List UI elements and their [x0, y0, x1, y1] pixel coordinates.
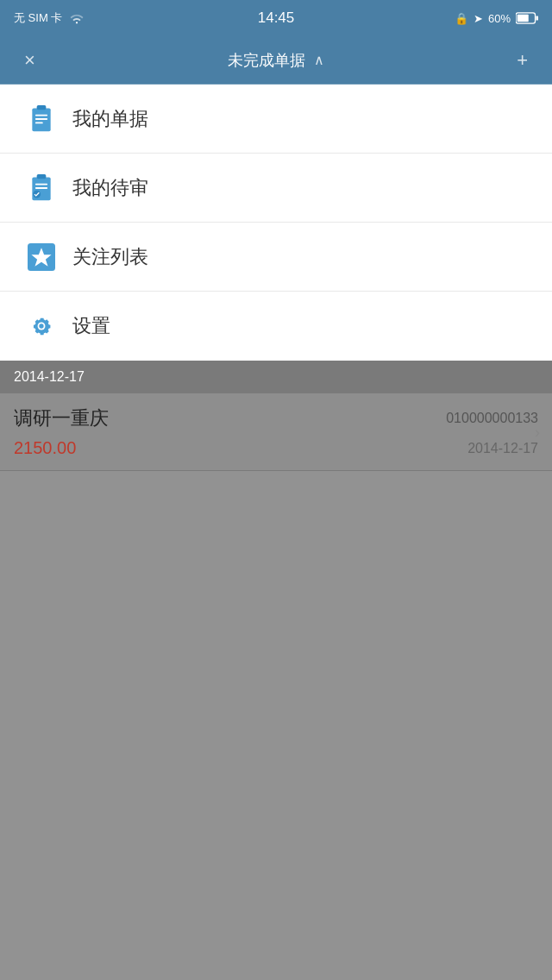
svg-rect-9 [37, 174, 47, 179]
menu-label-pending: 我的待审 [72, 175, 148, 201]
wifi-icon [69, 12, 85, 24]
chevron-right-icon: › [535, 423, 540, 441]
battery-icon [516, 12, 538, 24]
status-time: 14:45 [258, 9, 295, 27]
menu-label-my-docs: 我的单据 [72, 106, 148, 132]
svg-rect-1 [536, 16, 538, 20]
nav-title-group: 未完成单据 ∧ [228, 50, 324, 71]
menu-label-settings: 设置 [72, 313, 110, 339]
gear-icon [26, 311, 57, 342]
svg-rect-7 [35, 122, 43, 123]
list-item-top: 调研一重庆 010000000133 [14, 405, 538, 431]
location-icon: ➤ [474, 12, 483, 25]
item-date: 2014-12-17 [467, 441, 538, 456]
status-right: 🔒 ➤ 60% [455, 12, 538, 25]
empty-area [0, 471, 552, 980]
status-bar: 无 SIM 卡 14:45 🔒 ➤ 60% [0, 0, 552, 36]
svg-rect-11 [35, 187, 47, 189]
menu-label-watchlist: 关注列表 [72, 244, 148, 270]
item-amount: 2150.00 [14, 438, 76, 458]
add-button[interactable]: + [510, 42, 535, 79]
item-title: 调研一重庆 [14, 405, 109, 431]
svg-point-16 [39, 324, 43, 328]
date-header: 2014-12-17 [0, 361, 552, 393]
chevron-icon[interactable]: ∧ [314, 52, 324, 68]
sim-label: 无 SIM 卡 [14, 10, 62, 26]
svg-rect-5 [35, 114, 47, 116]
status-left: 无 SIM 卡 [14, 10, 85, 26]
date-header-text: 2014-12-17 [14, 369, 85, 384]
list-item[interactable]: 调研一重庆 010000000133 2150.00 2014-12-17 › [0, 393, 552, 471]
svg-rect-6 [35, 118, 47, 120]
dropdown-menu: 我的单据 我的待审 关注列表 [0, 85, 552, 361]
nav-bar: × 未完成单据 ∧ + [0, 36, 552, 85]
menu-item-pending[interactable]: 我的待审 [0, 154, 552, 223]
list-item-bottom: 2150.00 2014-12-17 [14, 438, 538, 458]
star-icon [26, 242, 57, 273]
battery-percent: 60% [488, 12, 511, 25]
close-button[interactable]: × [17, 42, 42, 79]
menu-item-my-docs[interactable]: 我的单据 [0, 85, 552, 154]
item-code: 010000000133 [446, 411, 538, 426]
page-title: 未完成单据 [228, 50, 305, 71]
menu-item-settings[interactable]: 设置 [0, 292, 552, 361]
clipboard-icon [26, 104, 57, 135]
svg-rect-10 [35, 183, 47, 185]
lock-icon: 🔒 [455, 12, 468, 25]
menu-item-watchlist[interactable]: 关注列表 [0, 223, 552, 292]
svg-rect-2 [518, 15, 529, 22]
svg-rect-4 [37, 105, 47, 110]
clipboard-check-icon [26, 173, 57, 204]
